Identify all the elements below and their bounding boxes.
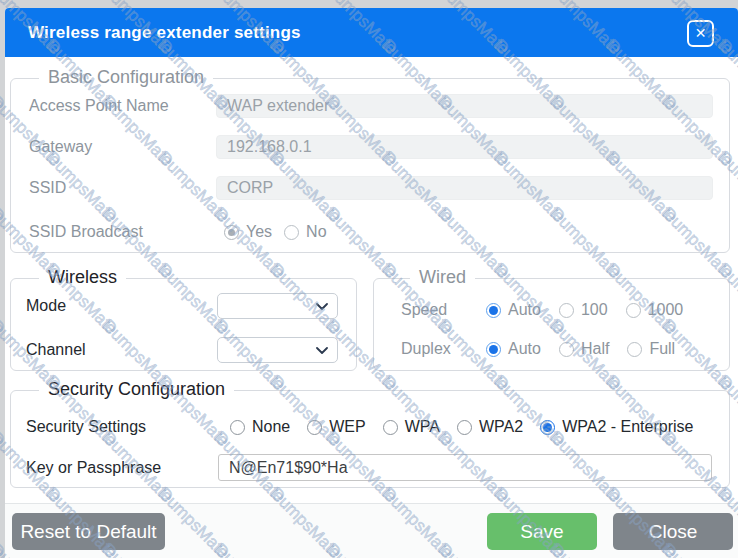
radio-selected-icon: [486, 342, 501, 357]
security-settings-label: Security Settings: [26, 418, 230, 436]
security-settings-options: None WEP WPA WPA2 WPA2 - Enterprise: [230, 418, 693, 436]
radio-selected-icon: [540, 420, 555, 435]
ssid-input: [216, 176, 713, 200]
radio-option-broadcast-no: No: [284, 223, 326, 241]
radio-icon: [383, 420, 398, 435]
security-settings-row: Security Settings None WEP WPA WPA2: [26, 416, 726, 438]
watermark-text: DumpsMate: [42, 0, 121, 3]
radio-option-none[interactable]: None: [230, 418, 290, 436]
wireless-legend: Wireless: [39, 267, 126, 288]
gateway-label: Gateway: [29, 138, 216, 156]
radio-icon: [284, 225, 299, 240]
radio-icon: [559, 342, 574, 357]
radio-option-duplex-full: Full: [627, 340, 675, 358]
wired-section: Wired Speed Auto 100 1000 Duplex: [373, 278, 730, 371]
duplex-row: Duplex Auto Half Full: [401, 338, 721, 360]
duplex-options: Auto Half Full: [486, 340, 675, 358]
radio-selected-icon: [224, 225, 239, 240]
radio-icon: [457, 420, 472, 435]
ssid-label: SSID: [29, 179, 216, 197]
speed-options: Auto 100 1000: [486, 301, 683, 319]
mode-label: Mode: [26, 297, 66, 315]
ssid-broadcast-label: SSID Broadcast: [29, 223, 216, 241]
watermark-text: DumpsMate: [490, 0, 569, 3]
radio-option-speed-100: 100: [559, 301, 608, 319]
radio-option-speed-1000: 1000: [626, 301, 684, 319]
gateway-row: Gateway: [29, 135, 719, 159]
radio-option-wpa2-enterprise[interactable]: WPA2 - Enterprise: [540, 418, 693, 436]
dialog-title: Wireless range extender settings: [28, 23, 301, 43]
wireless-extender-settings-dialog: Wireless range extender settings ✕ Basic…: [5, 8, 738, 558]
radio-option-duplex-half: Half: [559, 340, 609, 358]
radio-option-wpa2[interactable]: WPA2: [457, 418, 523, 436]
close-icon[interactable]: ✕: [687, 20, 714, 47]
close-button[interactable]: Close: [613, 513, 733, 550]
watermark-text: DumpsMate: [0, 0, 9, 3]
watermark-text: DumpsMate: [378, 0, 457, 3]
chevron-down-icon: [316, 303, 328, 311]
watermark-text: DumpsMate: [714, 0, 738, 3]
watermark-text: DumpsMate: [154, 0, 233, 3]
radio-option-wep[interactable]: WEP: [307, 418, 365, 436]
access-point-name-row: Access Point Name: [29, 94, 719, 118]
radio-icon: [627, 342, 642, 357]
radio-selected-icon: [486, 303, 501, 318]
radio-icon: [230, 420, 245, 435]
security-configuration-legend: Security Configuration: [39, 379, 234, 400]
radio-option-speed-auto: Auto: [486, 301, 541, 319]
radio-icon: [559, 303, 574, 318]
radio-option-duplex-auto: Auto: [486, 340, 541, 358]
wireless-section: Wireless Mode Channel: [10, 278, 357, 371]
key-passphrase-input[interactable]: [218, 454, 712, 481]
radio-icon: [626, 303, 641, 318]
channel-label: Channel: [26, 341, 86, 359]
dialog-footer: Reset to Default Save Close: [5, 503, 738, 558]
dialog-header: Wireless range extender settings ✕: [5, 8, 738, 57]
access-point-name-label: Access Point Name: [29, 97, 216, 115]
basic-configuration-section: Basic Configuration Access Point Name Ga…: [10, 78, 730, 253]
speed-label: Speed: [401, 301, 486, 319]
basic-configuration-legend: Basic Configuration: [39, 67, 213, 88]
wired-legend: Wired: [410, 267, 475, 288]
ssid-broadcast-row: SSID Broadcast Yes No: [29, 221, 719, 243]
security-configuration-section: Security Configuration Security Settings…: [10, 390, 730, 488]
watermark-text: DumpsMate: [602, 0, 681, 3]
duplex-label: Duplex: [401, 340, 486, 358]
watermark-text: DumpsMate: [266, 0, 345, 3]
channel-select[interactable]: [217, 337, 338, 363]
radio-option-broadcast-yes: Yes: [224, 223, 272, 241]
save-button[interactable]: Save: [487, 513, 597, 550]
gateway-input: [216, 135, 713, 159]
chevron-down-icon: [316, 347, 328, 355]
key-passphrase-row: Key or Passphrase: [26, 454, 726, 481]
speed-row: Speed Auto 100 1000: [401, 299, 721, 321]
key-passphrase-label: Key or Passphrase: [26, 459, 218, 477]
access-point-name-input: [216, 94, 713, 118]
reset-to-default-button[interactable]: Reset to Default: [12, 513, 165, 550]
mode-select[interactable]: [217, 293, 338, 319]
ssid-broadcast-options: Yes No: [224, 223, 327, 241]
radio-option-wpa[interactable]: WPA: [383, 418, 440, 436]
radio-icon: [307, 420, 322, 435]
ssid-row: SSID: [29, 176, 719, 200]
